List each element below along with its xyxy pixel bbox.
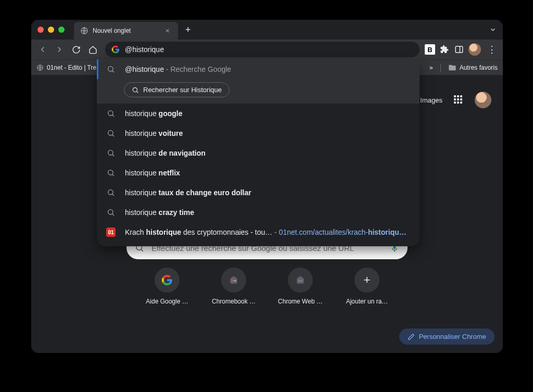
svg-rect-8	[235, 280, 236, 282]
close-window-button[interactable]	[37, 27, 44, 33]
extension-b-icon[interactable]: B	[425, 44, 435, 55]
toolbar: B ⋮	[31, 40, 503, 59]
customize-chrome-button[interactable]: Personnaliser Chrome	[399, 328, 494, 345]
search-icon	[106, 188, 116, 197]
suggestion-text: historique google	[125, 109, 182, 118]
shortcut-label: Aide Google …	[144, 298, 191, 305]
search-history-chip[interactable]: Rechercher sur Historique	[124, 82, 230, 97]
suggestion-row[interactable]: historique crazy time	[97, 203, 420, 222]
suggestion-row[interactable]: historique de navigation	[97, 143, 420, 163]
search-icon	[106, 168, 116, 178]
svg-point-15	[133, 87, 137, 92]
search-icon	[106, 109, 116, 118]
customize-label: Personnaliser Chrome	[419, 333, 486, 340]
toolbar-right: B ⋮	[425, 43, 499, 56]
svg-rect-12	[298, 280, 300, 282]
chevron-down-icon[interactable]	[489, 26, 497, 33]
sidepanel-icon[interactable]	[454, 44, 464, 55]
search-icon	[132, 86, 139, 94]
window-controls	[37, 27, 65, 33]
suggestion-text: historique crazy time	[125, 208, 194, 217]
shortcut-item[interactable]: Chrome Web …	[277, 268, 324, 305]
shortcut-label: Ajouter un ra…	[344, 298, 390, 305]
shortcut-item[interactable]: + Ajouter un ra…	[344, 268, 390, 305]
folder-icon	[448, 64, 456, 72]
globe-icon	[80, 27, 88, 35]
active-indicator	[97, 59, 98, 79]
suggestion-text: @historique - Recherche Google	[125, 65, 231, 73]
svg-point-19	[108, 170, 113, 175]
suggestion-text: Krach historique des cryptomonnaies - to…	[125, 228, 407, 236]
history-suggestion-row[interactable]: 01 Krach historique des cryptomonnaies -…	[97, 222, 420, 242]
shortcut-icon	[221, 268, 246, 293]
omnibox-suggestions: @historique - Recherche Google Recherche…	[97, 59, 420, 246]
svg-rect-13	[301, 280, 303, 282]
svg-point-16	[108, 111, 113, 116]
account-avatar[interactable]	[475, 92, 491, 108]
suggestion-text: historique de navigation	[125, 149, 206, 157]
chip-label: Rechercher sur Historique	[143, 86, 222, 94]
maximize-window-button[interactable]	[58, 27, 65, 33]
new-tab-button[interactable]: +	[185, 24, 191, 35]
shortcuts: Aide Google … Chromebook … Chrome Web … …	[144, 268, 390, 305]
titlebar: Nouvel onglet × +	[31, 20, 503, 40]
suggestion-row[interactable]: historique netflix	[97, 163, 420, 183]
bookmark-label: 01net - Edito | Tre	[47, 64, 96, 71]
suggestion-row[interactable]: historique taux de change euro dollar	[97, 183, 420, 203]
other-bookmarks-button[interactable]: Autres favoris	[448, 64, 498, 72]
svg-point-17	[108, 131, 113, 135]
search-icon	[106, 208, 116, 217]
ntp-header: Images	[420, 92, 491, 108]
suggestion-text: historique voiture	[125, 129, 183, 137]
pencil-icon	[408, 333, 415, 340]
tab-title: Nouvel onglet	[93, 27, 159, 34]
shortcut-label: Chromebook …	[210, 298, 257, 305]
back-button[interactable]	[35, 42, 50, 57]
shortcut-label: Chrome Web …	[277, 298, 324, 305]
search-icon	[106, 65, 116, 74]
search-icon	[106, 129, 116, 138]
svg-point-20	[108, 190, 113, 195]
browser-window: Nouvel onglet × + B ⋮ 01net - Edito	[31, 20, 503, 353]
suggestion-text: historique netflix	[125, 169, 180, 177]
svg-rect-10	[299, 276, 302, 278]
separator	[440, 64, 441, 72]
apps-grid-icon[interactable]	[454, 95, 463, 105]
omnibox-wrap	[105, 42, 420, 57]
forward-button[interactable]	[52, 42, 67, 57]
address-input[interactable]	[125, 45, 413, 54]
omnibox[interactable]	[105, 42, 420, 57]
reload-button[interactable]	[69, 42, 83, 57]
svg-rect-1	[455, 46, 463, 53]
google-g-icon	[111, 45, 120, 54]
suggestion-text: historique taux de change euro dollar	[125, 188, 251, 197]
suggestion-chip-row: Rechercher sur Historique	[97, 79, 420, 104]
plus-icon: +	[354, 268, 379, 293]
shortcut-icon	[155, 268, 180, 293]
suggestion-row[interactable]: @historique - Recherche Google	[97, 59, 420, 79]
shortcut-icon	[288, 268, 313, 293]
menu-button[interactable]: ⋮	[485, 44, 499, 55]
shortcut-item[interactable]: Aide Google …	[144, 268, 191, 305]
home-button[interactable]	[85, 42, 100, 57]
search-icon	[106, 148, 116, 158]
suggestion-row[interactable]: historique voiture	[97, 123, 420, 143]
svg-rect-7	[232, 280, 233, 282]
minimize-window-button[interactable]	[48, 27, 54, 33]
other-bookmarks-label: Autres favoris	[460, 64, 498, 71]
suggestion-row[interactable]: historique google	[97, 104, 420, 123]
svg-rect-5	[232, 276, 236, 278]
browser-tab[interactable]: Nouvel onglet ×	[74, 22, 178, 40]
close-tab-button[interactable]: ×	[163, 27, 172, 35]
shortcut-item[interactable]: Chromebook …	[210, 268, 257, 305]
site-badge-icon: 01	[106, 227, 116, 237]
images-link[interactable]: Images	[420, 96, 442, 104]
extensions-icon[interactable]	[439, 44, 450, 55]
svg-point-21	[108, 210, 113, 214]
svg-point-18	[108, 150, 113, 155]
svg-point-14	[108, 67, 113, 71]
bookmark-overflow-button[interactable]: »	[429, 64, 433, 71]
profile-avatar[interactable]	[468, 43, 481, 56]
bookmark-item[interactable]: 01net - Edito | Tre	[36, 64, 96, 71]
globe-icon	[36, 64, 44, 71]
